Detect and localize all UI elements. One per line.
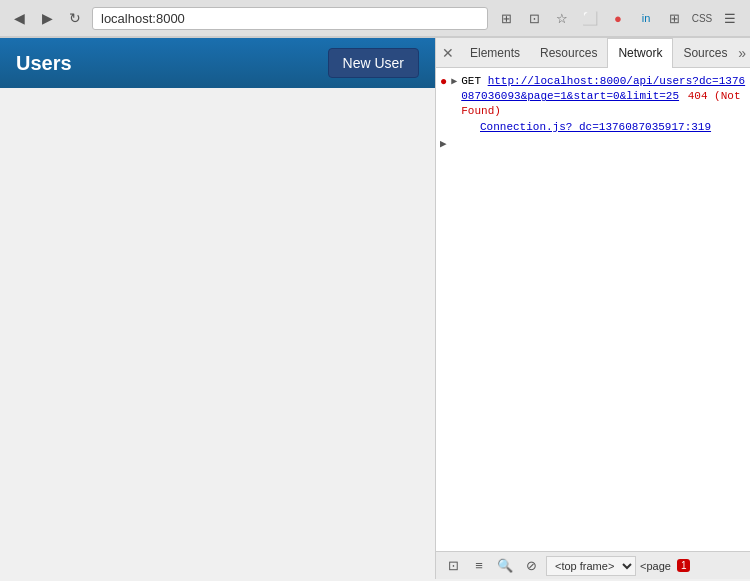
app-panel: Users New User xyxy=(0,38,435,579)
search-button[interactable]: 🔍 xyxy=(494,555,516,577)
console-drawer-button[interactable]: ⊡ xyxy=(442,555,464,577)
main-layout: Users New User ✕ Elements Resources Netw… xyxy=(0,38,750,579)
network-entry: ● ▶ GET http://localhost:8000/api/users?… xyxy=(436,72,750,119)
more-tabs-button[interactable]: » xyxy=(738,45,746,61)
network-method: GET xyxy=(461,75,481,87)
page-count-badge: 1 xyxy=(677,559,691,572)
tab-resources[interactable]: Resources xyxy=(530,38,607,68)
tab-sources[interactable]: Sources xyxy=(673,38,737,68)
screenshot-icon[interactable]: ⊡ xyxy=(522,6,546,30)
user-icon[interactable]: ● xyxy=(606,6,630,30)
window-icon[interactable]: ⬜ xyxy=(578,6,602,30)
devtools-panel: ✕ Elements Resources Network Sources » ●… xyxy=(435,38,750,579)
devtools-tabs: ✕ Elements Resources Network Sources » xyxy=(436,38,750,68)
linkedin-icon[interactable]: in xyxy=(634,6,658,30)
toolbar-icons: ⊞ ⊡ ☆ ⬜ ● in ⊞ CSS ☰ xyxy=(494,6,742,30)
css-icon[interactable]: CSS xyxy=(690,6,714,30)
reload-button[interactable]: ↻ xyxy=(64,7,86,29)
tab-elements[interactable]: Elements xyxy=(460,38,530,68)
address-text: localhost:8000 xyxy=(101,11,185,26)
app-header: Users New User xyxy=(0,38,435,88)
block-button[interactable]: ⊘ xyxy=(520,555,542,577)
address-bar[interactable]: localhost:8000 xyxy=(92,7,488,30)
error-icon: ● xyxy=(440,75,447,89)
page-label: <page xyxy=(640,560,671,572)
grid-icon[interactable]: ⊞ xyxy=(662,6,686,30)
frame-selector[interactable]: <top frame> xyxy=(546,556,636,576)
network-entry-detail: GET http://localhost:8000/api/users?dc=1… xyxy=(461,74,746,117)
forward-button[interactable]: ▶ xyxy=(36,7,58,29)
network-initiator[interactable]: Connection.js? dc=1376087035917:319 xyxy=(436,119,750,135)
devtools-close-button[interactable]: ✕ xyxy=(440,45,456,61)
devtools-content: ● ▶ GET http://localhost:8000/api/users?… xyxy=(436,68,750,551)
bookmark-icon[interactable]: ⊞ xyxy=(494,6,518,30)
app-content xyxy=(0,88,435,579)
back-button[interactable]: ◀ xyxy=(8,7,30,29)
new-user-button[interactable]: New User xyxy=(328,48,419,78)
expand-arrow[interactable]: ▶ xyxy=(451,75,457,87)
browser-chrome: ◀ ▶ ↻ localhost:8000 ⊞ ⊡ ☆ ⬜ ● in ⊞ CSS … xyxy=(0,0,750,38)
star-icon[interactable]: ☆ xyxy=(550,6,574,30)
tab-network[interactable]: Network xyxy=(607,38,673,68)
filter-button[interactable]: ≡ xyxy=(468,555,490,577)
browser-toolbar: ◀ ▶ ↻ localhost:8000 ⊞ ⊡ ☆ ⬜ ● in ⊞ CSS … xyxy=(0,0,750,37)
devtools-bottombar: ⊡ ≡ 🔍 ⊘ <top frame> <page 1 xyxy=(436,551,750,579)
app-title: Users xyxy=(16,52,72,75)
expand-row[interactable]: ▶ xyxy=(436,135,750,152)
menu-icon[interactable]: ☰ xyxy=(718,6,742,30)
